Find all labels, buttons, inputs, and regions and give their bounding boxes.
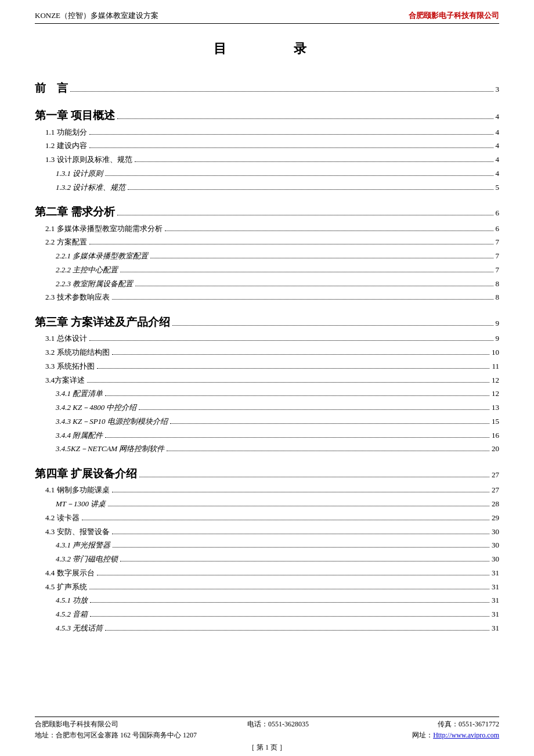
toc-entry-label: 3.4方案详述 bbox=[35, 374, 85, 387]
toc-entry-label: 3.4.4 附属配件 bbox=[35, 429, 103, 442]
toc-entry-page: 31 bbox=[492, 594, 499, 607]
toc-entry-label: 2.1 多媒体录播型教室功能需求分析 bbox=[35, 222, 163, 236]
toc-entry-label: 3.2 系统功能结构图 bbox=[35, 346, 110, 359]
toc-dots bbox=[89, 134, 493, 135]
toc-dots bbox=[108, 506, 489, 506]
toc-entry-page: 30 bbox=[492, 539, 499, 552]
toc-entry-page: 30 bbox=[492, 525, 499, 539]
toc-entry-page: 4 bbox=[496, 126, 500, 139]
toc-entry: 4.4 数字展示台31 bbox=[35, 567, 499, 580]
toc-entry-page: 7 bbox=[496, 236, 500, 249]
toc-dots bbox=[90, 616, 489, 617]
toc-entry-label: 1.1 功能划分 bbox=[35, 126, 87, 139]
toc-dots bbox=[112, 354, 490, 355]
toc-entry-label: 第三章 方案详述及产品介绍 bbox=[35, 312, 170, 332]
toc-dots bbox=[105, 395, 489, 396]
toc-entry: 第四章 扩展设备介绍27 bbox=[35, 464, 499, 483]
toc-entry-page: 10 bbox=[492, 346, 499, 359]
toc-entry: 2.3 技术参数响应表8 bbox=[35, 291, 499, 304]
toc-dots bbox=[128, 189, 493, 190]
toc-entry: 第二章 需求分析6 bbox=[35, 202, 499, 221]
toc-entry: 3.4.5KZ－NETCAM 网络控制软件20 bbox=[35, 442, 499, 456]
toc-dots bbox=[113, 547, 489, 548]
toc-entry-page: 5 bbox=[496, 181, 500, 195]
toc-entry-page: 7 bbox=[496, 250, 500, 263]
toc-dots bbox=[82, 520, 490, 520]
header-title-right: 合肥颐影电子科技有限公司 bbox=[409, 10, 499, 21]
toc-entry-page: 15 bbox=[492, 415, 499, 429]
toc-entry: 4.5.2 音箱31 bbox=[35, 608, 499, 621]
toc-entry-page: 11 bbox=[492, 360, 499, 373]
toc-entry-label: 1.3.1 设计原则 bbox=[35, 167, 103, 181]
toc-dots bbox=[120, 272, 493, 272]
toc-dots bbox=[112, 492, 490, 492]
toc-dots bbox=[97, 575, 490, 575]
toc-entry-page: 13 bbox=[492, 401, 499, 415]
toc-entry-label: 3.4.2 KZ－4800 中控介绍 bbox=[35, 401, 136, 415]
toc-entry: 3.2 系统功能结构图10 bbox=[35, 346, 499, 359]
toc-entry-label: 1.3.2 设计标准、规范 bbox=[35, 181, 125, 195]
toc-dots bbox=[87, 382, 489, 383]
toc-dots bbox=[120, 561, 489, 561]
toc-entry-label: 4.5.2 音箱 bbox=[35, 608, 88, 621]
toc-entry-page: 4 bbox=[496, 153, 500, 167]
toc-entry-label: 3.4.1 配置清单 bbox=[35, 387, 103, 401]
toc-entry-page: 9 bbox=[496, 317, 500, 330]
toc-entry-page: 6 bbox=[496, 222, 500, 236]
toc-entry: 3.4.3 KZ－SP10 电源控制模块介绍15 bbox=[35, 415, 499, 429]
toc-entry-label: 3.1 总体设计 bbox=[35, 332, 87, 345]
toc-entry-page: 4 bbox=[496, 139, 500, 153]
toc-entry-label: 4.5.1 功放 bbox=[35, 594, 88, 607]
toc-entry-label: 4.1 钢制多功能课桌 bbox=[35, 484, 110, 497]
toc-dots bbox=[105, 630, 489, 631]
toc-dots bbox=[105, 175, 493, 176]
toc-dots bbox=[70, 91, 493, 92]
toc-entry-page: 4 bbox=[496, 110, 500, 124]
toc-entry-label: 2.2.2 主控中心配置 bbox=[35, 264, 118, 277]
toc-entry: 3.3 系统拓扑图11 bbox=[35, 360, 499, 373]
toc-dots bbox=[117, 118, 493, 119]
toc-entry: 1.3.2 设计标准、规范5 bbox=[35, 181, 499, 195]
toc-entry: 3.4.4 附属配件16 bbox=[35, 429, 499, 442]
footer-website-link[interactable]: Http://www.avipro.com bbox=[433, 731, 499, 739]
toc-dots bbox=[89, 589, 490, 589]
toc-entry: 2.2.1 多媒体录播型教室配置7 bbox=[35, 250, 499, 263]
footer-company: 合肥颐影电子科技有限公司 bbox=[35, 719, 118, 729]
toc-entry-page: 31 bbox=[492, 581, 499, 594]
toc-entry: 4.5 扩声系统31 bbox=[35, 581, 499, 594]
toc-entry-page: 9 bbox=[496, 332, 500, 345]
toc-entry-page: 31 bbox=[492, 567, 499, 580]
toc-entry: 2.2.3 教室附属设备配置8 bbox=[35, 278, 499, 291]
toc-dots bbox=[89, 244, 493, 244]
toc-entry-page: 20 bbox=[492, 442, 499, 456]
toc-dots bbox=[135, 161, 493, 162]
toc-entry-label: 前 言 bbox=[35, 78, 68, 98]
toc-entry-label: 2.3 技术参数响应表 bbox=[35, 291, 110, 304]
toc-entry-page: 7 bbox=[496, 264, 500, 277]
toc-entry: 第一章 项目概述4 bbox=[35, 106, 499, 125]
toc-entry: MT－1300 讲桌28 bbox=[35, 498, 499, 511]
toc-entry: 3.1 总体设计9 bbox=[35, 332, 499, 345]
toc-dots bbox=[112, 534, 490, 534]
toc-entry: 3.4方案详述12 bbox=[35, 374, 499, 387]
toc-entry-label: 3.4.5KZ－NETCAM 网络控制软件 bbox=[35, 442, 164, 456]
toc-entry: 3.4.1 配置清单12 bbox=[35, 387, 499, 401]
toc-entry: 2.1 多媒体录播型教室功能需求分析6 bbox=[35, 222, 499, 236]
toc-entry-page: 8 bbox=[496, 278, 500, 291]
toc-entry: 3.4.2 KZ－4800 中控介绍13 bbox=[35, 401, 499, 415]
footer-website: 网址：Http://www.avipro.com bbox=[412, 730, 499, 740]
toc-entry-label: 4.5.3 无线话筒 bbox=[35, 622, 103, 635]
toc-dots bbox=[117, 215, 493, 215]
toc-entry-page: 27 bbox=[492, 469, 499, 482]
toc-section: 前 言3第一章 项目概述41.1 功能划分41.2 建设内容41.3 设计原则及… bbox=[35, 73, 499, 710]
toc-entry: 1.3.1 设计原则4 bbox=[35, 167, 499, 181]
toc-entry-page: 12 bbox=[492, 387, 499, 401]
toc-dots bbox=[150, 258, 493, 258]
toc-dots bbox=[105, 437, 489, 438]
toc-entry-label: 第一章 项目概述 bbox=[35, 106, 115, 125]
toc-entry-page: 27 bbox=[492, 484, 499, 497]
footer-page-info: ［ 第 1 页 ］ bbox=[35, 743, 499, 753]
header-title-left: KONZE（控智）多媒体教室建设方案 bbox=[35, 10, 158, 21]
toc-entry: 第三章 方案详述及产品介绍9 bbox=[35, 312, 499, 332]
toc-dots bbox=[170, 423, 489, 424]
